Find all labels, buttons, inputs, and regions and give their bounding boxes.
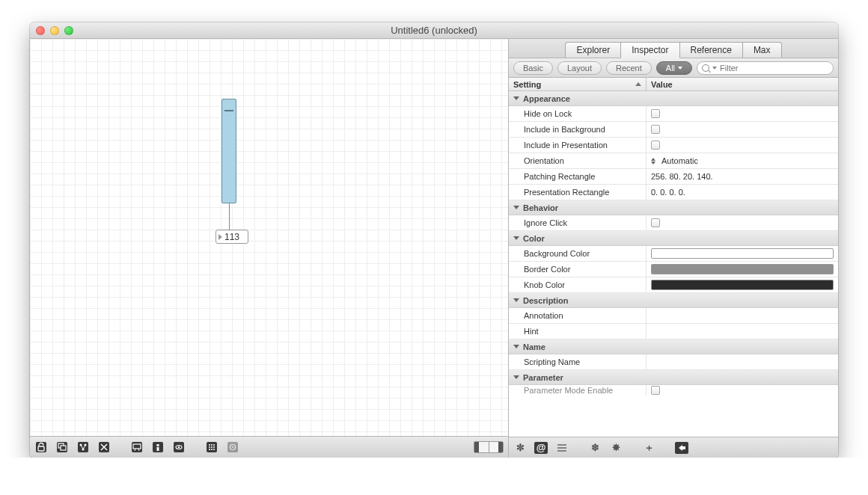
scripting-name-value[interactable]: [647, 354, 838, 369]
filter-search[interactable]: [697, 61, 834, 75]
row-annotation: Annotation: [509, 308, 838, 324]
slider-object[interactable]: [221, 99, 236, 203]
snap-icon[interactable]: [226, 441, 239, 453]
patcher-pane: 113: [30, 39, 509, 458]
pill-all[interactable]: All: [656, 61, 692, 75]
pill-recent[interactable]: Recent: [606, 61, 652, 75]
list-icon[interactable]: [555, 442, 569, 454]
swatch-background-color[interactable]: [651, 248, 834, 259]
tab-reference[interactable]: Reference: [680, 42, 743, 58]
group-color[interactable]: Color: [509, 231, 838, 246]
debug-icon[interactable]: [172, 441, 186, 453]
svg-point-31: [213, 449, 215, 450]
swatch-knob-color[interactable]: [651, 280, 834, 290]
grid-icon[interactable]: [205, 441, 218, 453]
patching-rect-value[interactable]: 256. 80. 20. 140.: [647, 169, 838, 184]
clue-icon[interactable]: [151, 441, 165, 453]
slider-knob[interactable]: [224, 110, 233, 111]
row-hide-on-lock: Hide on Lock: [509, 106, 838, 122]
inspector-pane: Explorer Inspector Reference Max Basic L…: [509, 39, 838, 458]
inspector-toolbar: ✼ @ ❄ ✸ ＋: [509, 437, 838, 458]
app-window: Untitled6 (unlocked) 113: [30, 22, 838, 458]
svg-point-25: [213, 444, 215, 446]
row-orientation: OrientationAutomatic: [509, 153, 838, 169]
window-title: Untitled6 (unlocked): [30, 25, 838, 36]
swatch-border-color[interactable]: [651, 264, 834, 274]
row-include-in-presentation: Include in Presentation: [509, 138, 838, 153]
pill-layout[interactable]: Layout: [557, 61, 602, 75]
sort-asc-icon: [635, 82, 641, 86]
tab-max[interactable]: Max: [743, 42, 782, 58]
svg-point-30: [211, 449, 213, 450]
patcher-toolbar: [30, 437, 508, 458]
plus-icon[interactable]: ＋: [642, 442, 655, 454]
snowflake-icon[interactable]: ❄: [588, 442, 602, 454]
search-icon: [702, 64, 709, 72]
lock-toggle-icon[interactable]: [34, 441, 48, 453]
hint-value[interactable]: [647, 324, 838, 339]
checkbox-hide-on-lock[interactable]: [651, 109, 660, 118]
row-background-color: Background Color: [509, 246, 838, 262]
svg-rect-17: [157, 444, 159, 446]
close-window-button[interactable]: [36, 26, 45, 35]
new-object-icon[interactable]: [55, 441, 69, 453]
orientation-select[interactable]: Automatic: [647, 153, 838, 168]
minimize-window-button[interactable]: [50, 26, 59, 35]
svg-point-26: [209, 446, 210, 448]
checkbox-include-in-presentation[interactable]: [651, 141, 660, 150]
row-patching-rect: Patching Rectangle256. 80. 20. 140.: [509, 169, 838, 185]
svg-rect-5: [78, 442, 88, 452]
hide-icon[interactable]: [97, 441, 111, 453]
sidebar-right-toggle[interactable]: [489, 441, 504, 453]
tab-explorer[interactable]: Explorer: [565, 42, 621, 58]
pill-basic[interactable]: Basic: [513, 61, 553, 75]
checkbox-ignore-click[interactable]: [651, 218, 660, 227]
back-arrow-icon[interactable]: [675, 442, 688, 454]
encapsulate-icon[interactable]: [76, 441, 90, 453]
titlebar: Untitled6 (unlocked): [30, 22, 838, 39]
property-headers: Setting Value: [509, 78, 838, 91]
svg-point-34: [232, 446, 233, 448]
row-presentation-rect: Presentation Rectangle0. 0. 0. 0.: [509, 185, 838, 200]
patcher-canvas[interactable]: 113: [30, 39, 508, 437]
checkbox-include-in-background[interactable]: [651, 125, 660, 134]
gear-icon[interactable]: ✸: [609, 442, 623, 454]
zoom-window-button[interactable]: [64, 26, 73, 35]
traffic-lights: [36, 26, 73, 35]
sidebar-left-toggle[interactable]: [474, 441, 489, 453]
freeze-icon[interactable]: ✼: [513, 442, 527, 454]
row-scripting-name: Scripting Name: [509, 354, 838, 370]
filter-input[interactable]: [720, 64, 828, 73]
number-box-value: 113: [224, 232, 239, 242]
disclosure-triangle-icon: [513, 236, 519, 240]
chevron-down-icon: [678, 67, 682, 70]
presentation-rect-value[interactable]: 0. 0. 0. 0.: [647, 185, 838, 200]
at-icon[interactable]: @: [534, 442, 548, 454]
sidebar-toggle: [474, 441, 504, 453]
disclosure-triangle-icon: [513, 96, 519, 100]
inspector-filter-bar: Basic Layout Recent All: [509, 58, 838, 78]
row-border-color: Border Color: [509, 262, 838, 277]
group-description[interactable]: Description: [509, 293, 838, 308]
group-name[interactable]: Name: [509, 339, 838, 354]
header-value[interactable]: Value: [647, 78, 838, 90]
tab-inspector[interactable]: Inspector: [621, 42, 679, 58]
checkbox-parameter-mode-enable[interactable]: [651, 386, 660, 395]
svg-point-28: [213, 446, 215, 448]
group-appearance[interactable]: Appearance: [509, 91, 838, 106]
header-setting[interactable]: Setting: [509, 78, 647, 90]
group-behavior[interactable]: Behavior: [509, 200, 838, 215]
row-hint: Hint: [509, 324, 838, 339]
svg-rect-18: [157, 447, 159, 451]
patch-cord[interactable]: [229, 203, 230, 230]
disclosure-triangle-icon: [513, 298, 519, 302]
pill-all-label: All: [666, 64, 675, 73]
presentation-mode-icon[interactable]: [130, 441, 144, 453]
group-parameter[interactable]: Parameter: [509, 370, 838, 385]
row-include-in-background: Include in Background: [509, 122, 838, 138]
disclosure-triangle-icon: [513, 206, 519, 209]
numberbox-triangle-icon: [218, 234, 222, 240]
number-box[interactable]: 113: [216, 230, 248, 244]
svg-point-29: [209, 449, 210, 450]
annotation-value[interactable]: [647, 308, 838, 323]
